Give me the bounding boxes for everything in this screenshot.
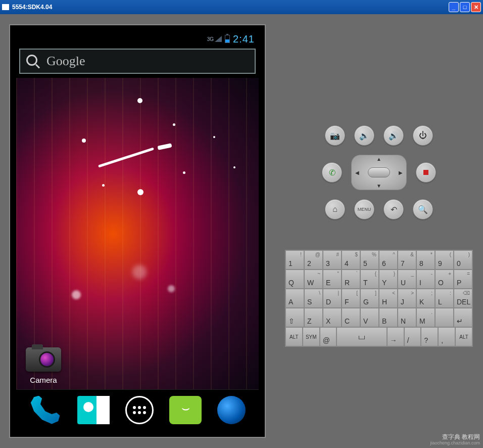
dpad-right[interactable]: ▶ (399, 170, 403, 175)
volume-down-button[interactable]: 🔉 (354, 125, 374, 146)
status-bar: 3G 2:41 (16, 32, 259, 46)
key-alt[interactable]: ALT (285, 327, 303, 346)
android-screen[interactable]: 3G 2:41 Google (16, 32, 259, 430)
key-DEL[interactable]: DEL⌫ (454, 289, 472, 308)
key-⇧[interactable]: ⇧ (285, 308, 304, 327)
hardware-buttons: 📷 🔉 🔊 ⏻ ✆ ▲ ▼ ◀ ▶ ⏹ ⌂ MENU (285, 125, 473, 219)
search-icon (26, 55, 39, 68)
key-2[interactable]: 2@ (304, 250, 323, 270)
key-K[interactable]: K; (416, 289, 435, 308)
call-button[interactable]: ✆ (322, 162, 342, 183)
key-9[interactable]: 9( (435, 250, 454, 270)
dpad-down[interactable]: ▼ (376, 183, 381, 189)
search-placeholder: Google (46, 54, 85, 69)
key-↵[interactable]: ↵ (454, 308, 472, 327)
camera-label: Camera (23, 376, 64, 384)
key-M[interactable]: M. (416, 308, 435, 327)
dpad-up[interactable]: ▲ (376, 156, 381, 162)
close-button[interactable]: ✕ (471, 2, 481, 12)
dpad: ▲ ▼ ◀ ▶ (351, 155, 407, 190)
watermark: 查字典 教程网 jiaocheng.chazidian.com (430, 433, 480, 446)
app-icon (2, 4, 9, 10)
key-B[interactable]: B (379, 308, 398, 327)
emulator-controls-panel: 📷 🔉 🔊 ⏻ ✆ ▲ ▼ ◀ ▶ ⏹ ⌂ MENU (275, 14, 483, 448)
key-Q[interactable]: Q (285, 270, 304, 289)
clock: 2:41 (233, 33, 255, 45)
phone-frame: 3G 2:41 Google (9, 24, 266, 438)
end-call-button[interactable]: ⏹ (416, 162, 436, 183)
key-blank[interactable] (435, 308, 454, 327)
hardware-keyboard: 1!2@3#4$5%6^7&8*9(0) QW~E"R`T{Y}U_I-O+P=… (285, 250, 473, 347)
power-button[interactable]: ⏻ (413, 125, 433, 146)
key-N[interactable]: N (398, 308, 416, 327)
volume-up-button[interactable]: 🔊 (383, 125, 404, 146)
apps-drawer-icon[interactable] (125, 396, 154, 424)
key-O[interactable]: O+ (435, 270, 454, 289)
browser-app-icon[interactable] (217, 396, 246, 424)
key-8[interactable]: 8* (416, 250, 435, 270)
key-V[interactable]: V (360, 308, 379, 327)
key-T[interactable]: T{ (360, 270, 379, 289)
key-J[interactable]: J> (398, 289, 416, 308)
key-G[interactable]: G] (360, 289, 379, 308)
key-X[interactable]: X (323, 308, 342, 327)
emulator-screen-panel: 3G 2:41 Google (0, 14, 275, 448)
key-at[interactable]: @ (320, 327, 337, 346)
key-3[interactable]: 3# (323, 250, 342, 270)
key-arrow[interactable]: → (387, 327, 404, 346)
key-4[interactable]: 4$ (342, 250, 360, 270)
key-P[interactable]: P= (454, 270, 472, 289)
dpad-center[interactable] (368, 167, 390, 177)
camera-icon (26, 347, 61, 372)
key-0[interactable]: 0) (454, 250, 472, 270)
key-R[interactable]: R` (342, 270, 360, 289)
dpad-left[interactable]: ◀ (355, 170, 359, 175)
key-slash[interactable]: / (404, 327, 421, 346)
key-C[interactable]: C (342, 308, 360, 327)
minimize-button[interactable]: _ (449, 2, 459, 12)
key-5[interactable]: 5% (360, 250, 379, 270)
key-E[interactable]: E" (323, 270, 342, 289)
key-1[interactable]: 1! (285, 250, 304, 270)
signal-icon (215, 36, 222, 42)
key-6[interactable]: 6^ (379, 250, 398, 270)
network-indicator: 3G (207, 36, 222, 42)
key-L[interactable]: L: (435, 289, 454, 308)
camera-button[interactable]: 📷 (325, 125, 345, 146)
messaging-app-icon[interactable]: ⌣ (169, 396, 202, 424)
key-alt2[interactable]: ALT (455, 327, 472, 346)
camera-app-shortcut[interactable]: Camera (23, 347, 64, 384)
google-search-bar[interactable]: Google (19, 49, 256, 74)
contacts-app-icon[interactable] (77, 396, 110, 424)
maximize-button[interactable]: □ (460, 2, 470, 12)
key-W[interactable]: W~ (304, 270, 323, 289)
search-button[interactable]: 🔍 (413, 199, 433, 219)
key-S[interactable]: S\ (304, 289, 323, 308)
key-D[interactable]: D| (323, 289, 342, 308)
home-wallpaper[interactable] (16, 78, 259, 389)
key-U[interactable]: U_ (398, 270, 416, 289)
key-7[interactable]: 7& (398, 250, 416, 270)
phone-app-icon[interactable] (29, 396, 62, 424)
key-F[interactable]: F[ (342, 289, 360, 308)
back-button[interactable]: ↶ (383, 199, 404, 219)
window-titlebar: 5554:SDK4.04 _ □ ✕ (0, 0, 483, 14)
home-button[interactable]: ⌂ (325, 199, 345, 219)
key-comma[interactable]: , (438, 327, 455, 346)
key-space[interactable]: ⌴ (336, 327, 387, 346)
window-title: 5554:SDK4.04 (12, 4, 52, 11)
dock: ⌣ (16, 389, 259, 430)
key-I[interactable]: I- (416, 270, 435, 289)
key-q[interactable]: ? (421, 327, 438, 346)
key-Y[interactable]: Y} (379, 270, 398, 289)
key-Z[interactable]: Z (304, 308, 323, 327)
menu-button[interactable]: MENU (354, 199, 374, 219)
key-H[interactable]: H< (379, 289, 398, 308)
key-A[interactable]: A (285, 289, 304, 308)
key-sym[interactable]: SYM (303, 327, 320, 346)
battery-icon (225, 35, 230, 43)
